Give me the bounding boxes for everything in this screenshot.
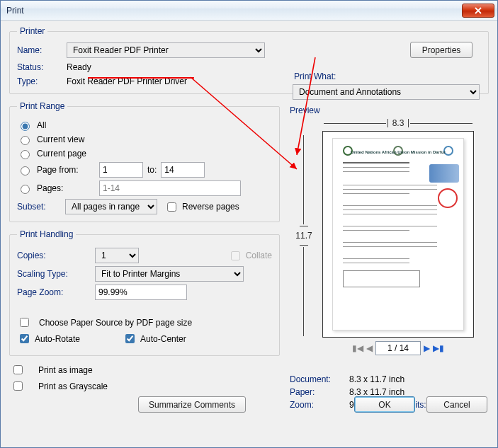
print-as-image-label: Print as image [38, 365, 93, 375]
copies-label: Copies: [17, 251, 88, 260]
pager-first-icon[interactable]: ▮◀ [352, 343, 363, 353]
client-area: Printer Name: Foxit Reader PDF Printer P… [1, 21, 497, 421]
window-title: Print [6, 6, 462, 16]
doc-title: United Nations African Union Mission in … [333, 150, 464, 154]
print-grayscale-checkbox[interactable] [13, 381, 23, 391]
summarize-comments-button[interactable]: Summarize Comments [138, 396, 246, 413]
radio-pages[interactable] [21, 185, 30, 194]
svg-line-0 [191, 77, 297, 169]
pager-next-icon[interactable]: ▶ [424, 343, 430, 353]
pager-prev-icon[interactable]: ◀ [366, 343, 373, 353]
auto-rotate-label: Auto-Rotate [35, 334, 80, 344]
collate-label: Collate [246, 251, 272, 260]
print-handling-fieldset: Print Handling Copies: 1 Collate Scaling… [9, 229, 280, 356]
doc-body-lines [343, 159, 454, 321]
print-range-legend: Print Range [17, 101, 67, 111]
page-zoom-input [95, 285, 187, 300]
radio-current-view-label: Current view [37, 134, 84, 144]
bottom-bar: Summarize Comments OK Cancel [1, 396, 497, 413]
meta-paper-label: Paper: [290, 387, 344, 397]
print-dialog: Print Printer Name: Foxit Reader PDF Pri… [0, 0, 498, 448]
page-from-input[interactable] [99, 162, 143, 178]
reverse-pages-checkbox[interactable] [167, 202, 176, 212]
close-icon [475, 7, 482, 14]
ok-button[interactable]: OK [354, 396, 415, 413]
meta-paper-value: 8.3 x 11.7 inch [349, 387, 404, 397]
scaling-type-label: Scaling Type: [17, 269, 88, 279]
preview-page: United Nations African Union Mission in … [332, 138, 465, 331]
radio-page-from-label: Page from: [37, 165, 95, 175]
meta-document-label: Document: [290, 374, 344, 384]
print-grayscale-label: Print as Grayscale [38, 381, 108, 391]
type-label: Type: [17, 76, 61, 86]
printer-legend: Printer [17, 26, 47, 36]
page-to-label: to: [147, 165, 157, 175]
reverse-pages-label: Reverse pages [182, 202, 239, 212]
pages-pattern-input[interactable] [99, 180, 241, 196]
preview-page-outer: United Nations African Union Mission in … [322, 131, 474, 338]
scaling-type-select[interactable]: Fit to Printer Margins [95, 266, 244, 282]
copies-select[interactable]: 1 [95, 248, 139, 263]
meta-document-value: 8.3 x 11.7 inch [349, 374, 404, 384]
name-label: Name: [17, 45, 61, 55]
auto-center-label: Auto-Center [140, 334, 186, 344]
preview-pager: ▮◀ ◀ 1 / 14 ▶ ▶▮ [322, 340, 474, 356]
properties-button[interactable]: Properties [410, 42, 472, 58]
page-zoom-label: Page Zoom: [17, 287, 88, 297]
subset-select[interactable]: All pages in range [65, 199, 157, 214]
print-handling-legend: Print Handling [17, 229, 76, 239]
subset-label: Subset: [17, 202, 58, 212]
choose-paper-source-checkbox[interactable] [20, 318, 29, 327]
pager-last-icon[interactable]: ▶▮ [433, 343, 444, 353]
radio-current-view[interactable] [21, 136, 30, 145]
radio-all-label: All [37, 120, 46, 130]
preview-width-dim: 8.3 [388, 118, 409, 128]
print-as-image-checkbox[interactable] [13, 365, 23, 374]
auto-rotate-checkbox[interactable] [20, 334, 29, 343]
svg-line-1 [297, 57, 315, 155]
cancel-button[interactable]: Cancel [426, 396, 487, 413]
radio-pages-label: Pages: [37, 183, 95, 193]
radio-page-from[interactable] [21, 166, 30, 176]
titlebar: Print [1, 1, 497, 21]
auto-center-checkbox[interactable] [125, 334, 135, 343]
choose-paper-source-label: Choose Paper Source by PDF page size [39, 318, 192, 328]
collate-checkbox [231, 251, 240, 260]
radio-current-page[interactable] [21, 150, 30, 159]
close-button[interactable] [462, 4, 494, 18]
pager-page-indicator[interactable]: 1 / 14 [375, 341, 421, 355]
radio-current-page-label: Current page [37, 149, 86, 159]
radio-all[interactable] [21, 122, 30, 131]
status-label: Status: [17, 62, 61, 72]
annotation-arrow-icon [284, 42, 327, 162]
preview-height-dim: 11.7 [295, 226, 312, 245]
